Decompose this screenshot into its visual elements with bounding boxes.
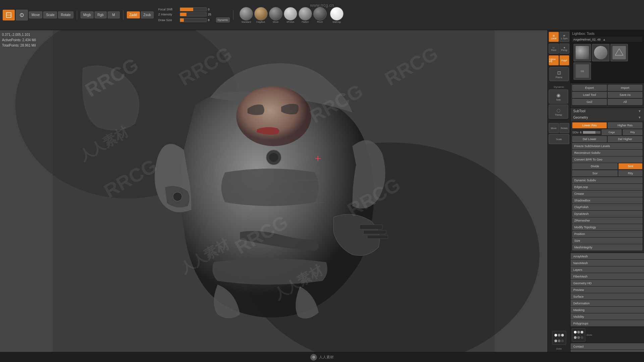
higher-res-button[interactable]: Higher Res [608,122,642,128]
color-swatch[interactable] [552,331,566,345]
goz-all-button[interactable]: All [608,99,642,105]
m-button[interactable]: M [108,11,120,18]
size-button[interactable]: Size [572,238,642,244]
deformation-button[interactable]: Deformation [571,300,644,307]
pinch-ball[interactable] [313,7,327,20]
floor-button[interactable]: ▭ Floor [549,44,559,54]
del-higher-button[interactable]: Del Higher [608,136,642,142]
clay-ball[interactable] [254,7,268,20]
cage-button[interactable]: Cage [602,129,621,135]
standard-ball[interactable] [239,7,253,20]
rotate-button[interactable]: Rotate [58,11,73,18]
surface-button[interactable]: Surface [571,293,644,300]
position-button[interactable]: Position [572,231,642,237]
layers-button[interactable]: Layers [571,266,644,273]
lightbox-title: Lightbox: Tools [572,32,595,36]
dynamic-subdiv-button[interactable]: Dynamic Subdiv [572,177,642,183]
rotate-transform-button[interactable]: Rotate [559,123,570,133]
move-button[interactable]: Move [29,11,42,18]
claypolish-label: ClayPolish [574,205,589,209]
move-transform-button[interactable]: Move [549,123,559,133]
modify-topology-button[interactable]: Modify Topology [572,224,642,230]
thumb-simplebrush[interactable]: SB [574,62,591,80]
viewport[interactable]: 0.371,-2.005,1.101 ActivePoints: 2.434 M… [0,30,547,352]
pinch-sphere[interactable]: Pinch [313,7,327,23]
scale-transform-button[interactable]: Scale [549,134,569,144]
load-tool-button[interactable]: Load Tool [572,92,607,98]
panel-dots-swatch[interactable] [572,328,585,342]
reconstruct-subdiv-button[interactable]: Reconstruct Subdiv [572,150,642,156]
zremesher-button[interactable]: ZRemesher [572,218,642,224]
edgeloop-button[interactable]: EdgeLoop [572,184,642,190]
preview-button[interactable]: Preview [571,287,644,293]
lsym-button[interactable]: ⇄ L Sym [559,32,570,42]
crease-button[interactable]: Crease [572,191,642,197]
transp-button[interactable]: ◌ Transp [549,105,568,119]
draw-size-slider[interactable] [180,18,207,22]
flatten-sphere[interactable]: Flatten [299,7,312,23]
flatten-ball[interactable] [299,7,312,20]
masking-button[interactable]: Masking [571,307,644,313]
standard-label: Standard [241,21,251,23]
scale-button[interactable]: Scale [43,11,57,18]
divide-button[interactable]: Divide [572,163,618,169]
dynamesh-button[interactable]: DynaMesh [572,211,642,217]
claypolish-button[interactable]: ClayPolish [572,204,642,210]
dynamic-button[interactable]: Dynamic [216,17,230,22]
ligma-pb-button[interactable]: Ligma PB [549,55,559,65]
thumb-cylinder[interactable] [592,44,609,61]
frame-button[interactable]: ⊡ Frame [549,67,569,81]
meshintegrity-button[interactable]: MeshIntegrity [572,244,642,250]
mrgb-button[interactable]: Mrgb [80,11,94,18]
rity2-button[interactable]: Rity [619,170,642,176]
hpolish-sphere[interactable]: hPolish [284,7,297,23]
convert-bpr-button[interactable]: Convert BPR To Geo [572,157,642,163]
matcap-ball[interactable] [330,7,343,20]
freeze-subdiv-button[interactable]: Freeze SubDivision Levels [572,143,642,149]
polygroups-button[interactable]: Polygroups [571,320,644,327]
save-as-button[interactable]: Save As [608,92,642,98]
rity-button[interactable]: Rity [623,129,642,135]
edit-button[interactable] [3,10,15,20]
rgb-button[interactable]: Rgb [95,11,107,18]
focal-shift-slider[interactable] [180,7,207,11]
zsub-button[interactable]: Zsub [141,11,154,18]
z-intensity-slider[interactable] [180,12,207,16]
visibility-button[interactable]: Visibility [571,313,644,320]
move-ball[interactable] [269,7,282,20]
del-lower-button[interactable]: Del Lower [572,136,607,142]
contact-button[interactable]: Contact [571,343,644,350]
subtool-header[interactable]: SubTool ▼ [571,108,644,114]
goz-button[interactable]: GoZ [572,99,607,105]
hpolish-ball[interactable] [284,7,297,20]
nanomesh-button[interactable]: NanoMesh [571,260,644,266]
shadowbox-button[interactable]: ShadowBox [572,197,642,203]
persp-button[interactable]: ◈ Persp [559,44,570,54]
thumb-angelhelmet[interactable] [574,44,591,61]
sdiv-slider[interactable] [583,131,600,134]
morph-target-button[interactable]: Morph Target [571,350,644,352]
thumb-polymesh[interactable] [610,44,628,61]
matcap-sphere[interactable]: MatCap [330,7,343,23]
polyf-button[interactable]: PolyF [559,55,570,65]
draw-button[interactable] [16,10,28,20]
geometry-header[interactable]: Geometry ▼ [571,114,644,121]
dot-gray1 [558,334,560,337]
standard-sphere[interactable]: Standard [239,7,253,23]
local-button[interactable]: ⊞ Local [549,32,559,42]
fibermesh-button[interactable]: FiberMesh [571,273,644,280]
zadd-button[interactable]: Zadd [127,11,140,18]
scale-transform-label: Scale [556,138,562,140]
export-button[interactable]: Export [572,85,607,91]
suv-button[interactable]: Suv [572,170,618,176]
arraymesh-button[interactable]: ArrayMesh [571,253,644,260]
smt-button[interactable]: Smt [619,163,642,169]
geometry-hd-button[interactable]: Geometry HD [571,280,644,287]
import-button[interactable]: Import [608,85,642,91]
move-sphere[interactable]: Move [269,7,282,23]
lower-res-button[interactable]: Lower Res [572,122,607,128]
size-label: Size [574,239,580,242]
clay-sphere[interactable]: ClayBuil. [254,7,268,23]
solo-button[interactable]: ◉ Solo [549,89,568,104]
color-dots [549,324,569,345]
